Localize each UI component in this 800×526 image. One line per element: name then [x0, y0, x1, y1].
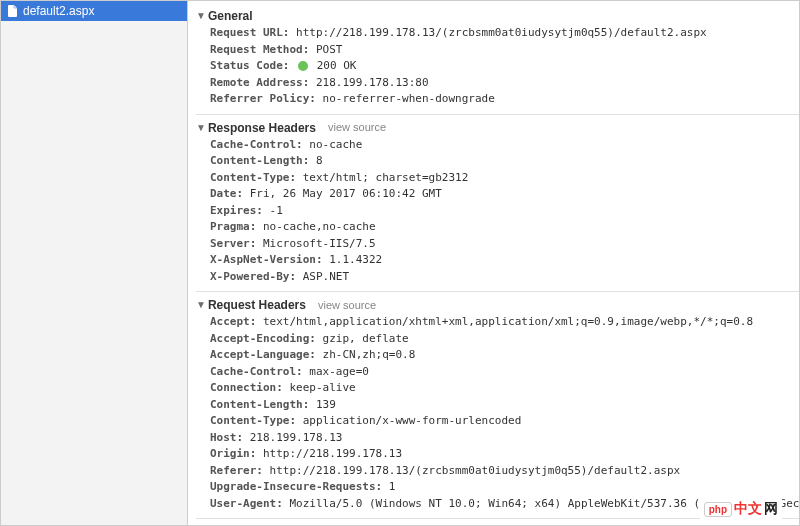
sidebar-item-label: default2.aspx: [23, 4, 94, 18]
header-row: Cache-Control: no-cache: [210, 137, 799, 154]
header-row: Pragma: no-cache,no-cache: [210, 219, 799, 236]
chevron-down-icon: ▼: [196, 123, 206, 133]
view-source-link[interactable]: view source: [328, 119, 386, 136]
header-value: http://218.199.178.13/(zrcbsmm0at0iudysy…: [270, 464, 681, 477]
header-row: Content-Type: application/x-www-form-url…: [210, 413, 799, 430]
section-request-headers: ▼Request Headers view source Accept: tex…: [196, 292, 799, 519]
header-value: zh-CN,zh;q=0.8: [323, 348, 416, 361]
view-url-encoded-link[interactable]: view URL encoded: [349, 524, 441, 525]
header-value: gzip, deflate: [323, 332, 409, 345]
header-value: no-cache: [309, 138, 362, 151]
header-value: http://218.199.178.13: [263, 447, 402, 460]
logo-badge: php: [704, 502, 732, 517]
header-value: -1: [270, 204, 283, 217]
section-general: ▼General Request URL: http://218.199.178…: [196, 3, 799, 115]
header-key: Content-Type:: [210, 414, 296, 427]
header-value: Fri, 26 May 2017 06:10:42 GMT: [250, 187, 442, 200]
header-row: Accept-Encoding: gzip, deflate: [210, 331, 799, 348]
header-row: Remote Address: 218.199.178.13:80: [210, 75, 799, 92]
header-value: max-age=0: [309, 365, 369, 378]
header-row: Origin: http://218.199.178.13: [210, 446, 799, 463]
header-row: Status Code: 200 OK: [210, 58, 799, 75]
header-key: Date:: [210, 187, 243, 200]
header-key: Request Method:: [210, 43, 309, 56]
header-key: Server:: [210, 237, 256, 250]
chevron-down-icon: ▼: [196, 11, 206, 21]
header-row: Host: 218.199.178.13: [210, 430, 799, 447]
header-key: X-Powered-By:: [210, 270, 296, 283]
logo-text-red: 中文: [734, 500, 762, 518]
header-key: Accept:: [210, 315, 256, 328]
header-key: X-AspNet-Version:: [210, 253, 323, 266]
section-title: Response Headers: [208, 121, 316, 135]
section-title: Request Headers: [208, 298, 306, 312]
header-key: Host:: [210, 431, 243, 444]
header-key: Expires:: [210, 204, 263, 217]
header-key: Cache-Control:: [210, 365, 303, 378]
header-value: no-referrer-when-downgrade: [323, 92, 495, 105]
header-value: Microsoft-IIS/7.5: [263, 237, 376, 250]
status-dot-icon: [298, 61, 308, 71]
header-row: Date: Fri, 26 May 2017 06:10:42 GMT: [210, 186, 799, 203]
header-value: 8: [316, 154, 323, 167]
section-header[interactable]: ▼Request Headers view source: [196, 296, 799, 314]
logo-text-dark: 网: [764, 500, 778, 518]
header-row: Cache-Control: max-age=0: [210, 364, 799, 381]
header-value: application/x-www-form-urlencoded: [303, 414, 522, 427]
header-value: no-cache,no-cache: [263, 220, 376, 233]
header-row: Expires: -1: [210, 203, 799, 220]
header-row: Request Method: POST: [210, 42, 799, 59]
header-key: Connection:: [210, 381, 283, 394]
header-row: Referer: http://218.199.178.13/(zrcbsmm0…: [210, 463, 799, 480]
header-row: Content-Type: text/html; charset=gb2312: [210, 170, 799, 187]
header-value: text/html,application/xhtml+xml,applicat…: [263, 315, 753, 328]
header-key: Remote Address:: [210, 76, 309, 89]
view-source-link[interactable]: view source: [279, 524, 337, 525]
section-header[interactable]: ▼Response Headers view source: [196, 119, 799, 137]
header-key: Upgrade-Insecure-Requests:: [210, 480, 382, 493]
header-value: http://218.199.178.13/(zrcbsmm0at0iudysy…: [296, 26, 707, 39]
header-key: Origin:: [210, 447, 256, 460]
header-value: ASP.NET: [303, 270, 349, 283]
header-row: Content-Length: 139: [210, 397, 799, 414]
section-title: General: [208, 9, 253, 23]
header-value: 218.199.178.13: [250, 431, 343, 444]
header-row: Upgrade-Insecure-Requests: 1: [210, 479, 799, 496]
header-row: Connection: keep-alive: [210, 380, 799, 397]
header-key: Content-Type:: [210, 171, 296, 184]
rows-response: Cache-Control: no-cacheContent-Length: 8…: [196, 137, 799, 286]
view-source-link[interactable]: view source: [318, 297, 376, 314]
header-row: Content-Length: 8: [210, 153, 799, 170]
header-key: Cache-Control:: [210, 138, 303, 151]
header-key: Referrer Policy:: [210, 92, 316, 105]
header-value: POST: [316, 43, 343, 56]
header-value: 218.199.178.13:80: [316, 76, 429, 89]
section-response-headers: ▼Response Headers view source Cache-Cont…: [196, 115, 799, 293]
headers-panel[interactable]: ▼General Request URL: http://218.199.178…: [188, 1, 799, 525]
header-value: 139: [316, 398, 336, 411]
section-header[interactable]: ▼Form Data view source view URL encoded: [196, 523, 799, 525]
header-row: Accept: text/html,application/xhtml+xml,…: [210, 314, 799, 331]
header-row: Request URL: http://218.199.178.13/(zrcb…: [210, 25, 799, 42]
sidebar-item-request[interactable]: default2.aspx: [1, 1, 187, 21]
header-key: Referer:: [210, 464, 263, 477]
rows-request: Accept: text/html,application/xhtml+xml,…: [196, 314, 799, 512]
request-list-sidebar: default2.aspx: [1, 1, 188, 525]
header-key: Status Code:: [210, 59, 289, 72]
watermark-logo: php 中文网: [700, 498, 782, 520]
file-icon: [7, 4, 19, 18]
header-row: Referrer Policy: no-referrer-when-downgr…: [210, 91, 799, 108]
header-value: 1: [389, 480, 396, 493]
header-value: 1.1.4322: [329, 253, 382, 266]
header-key: Content-Length:: [210, 154, 309, 167]
header-key: Request URL:: [210, 26, 289, 39]
header-value: 200 OK: [317, 59, 357, 72]
header-key: User-Agent:: [210, 497, 283, 510]
section-header[interactable]: ▼General: [196, 7, 799, 25]
header-value: text/html; charset=gb2312: [303, 171, 469, 184]
chevron-down-icon: ▼: [196, 300, 206, 310]
header-key: Accept-Language:: [210, 348, 316, 361]
header-key: Pragma:: [210, 220, 256, 233]
header-key: Accept-Encoding:: [210, 332, 316, 345]
header-row: Accept-Language: zh-CN,zh;q=0.8: [210, 347, 799, 364]
